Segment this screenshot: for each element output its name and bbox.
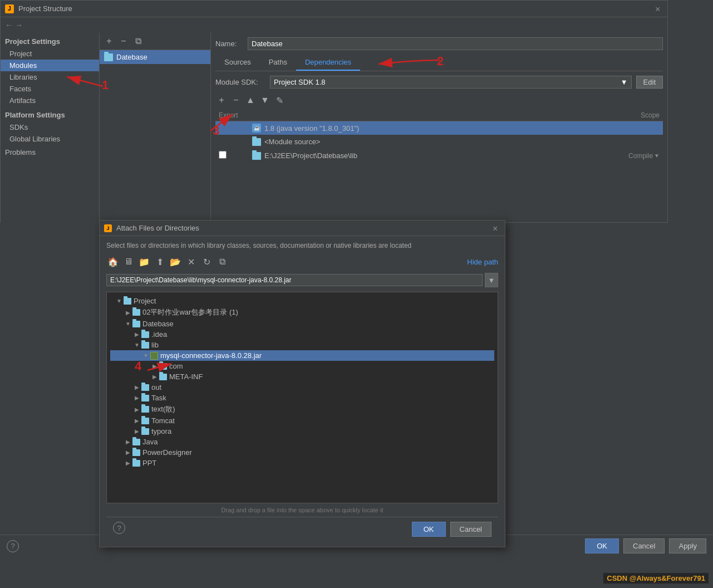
expand-icon[interactable]: ▶ [150, 374, 159, 380]
list-item[interactable]: ▶ Tomcat [110, 415, 494, 426]
dependencies-table: Export Scope ☕ 1.8 (java version "1.8.0_… [215, 110, 663, 219]
table-row[interactable]: E:\J2EE\Project\Datebase\lib Compile ▼ [215, 149, 663, 163]
list-item[interactable]: ▶ Task [110, 393, 494, 403]
main-help-button[interactable]: ? [7, 540, 19, 552]
expand-icon[interactable]: ▶ [124, 310, 132, 316]
close-button[interactable]: × [655, 5, 663, 13]
list-item[interactable]: ▼ Project [110, 296, 494, 306]
attach-dialog-title: Attach Files or Directories [116, 224, 199, 232]
expand-icon[interactable]: ▼ [132, 342, 141, 348]
dep-scope-lib[interactable]: Compile ▼ [615, 152, 660, 160]
sidebar-item-modules[interactable]: Modules [1, 60, 99, 71]
expand-icon[interactable]: ▶ [124, 449, 132, 455]
tree-item-label: Task [151, 394, 166, 402]
expand-icon[interactable]: ▶ [132, 428, 141, 434]
expand-icon[interactable]: ▶ [124, 460, 132, 466]
list-item[interactable]: ▶ typora [110, 426, 494, 437]
expand-icon[interactable]: ▶ [132, 384, 141, 390]
expand-icon[interactable]: ▶ [132, 395, 141, 401]
sidebar-item-project[interactable]: Project [1, 48, 99, 60]
sidebar-item-facets[interactable]: Facets [1, 83, 99, 95]
name-column-header [252, 111, 615, 119]
path-input[interactable] [106, 274, 483, 286]
path-input-row: ▼ [106, 273, 498, 287]
module-item-datebase[interactable]: Datebase [100, 50, 210, 64]
add-module-btn[interactable]: + [103, 35, 115, 47]
main-cancel-button[interactable]: Cancel [623, 538, 665, 553]
move-down-dependency-btn[interactable]: ▼ [259, 94, 271, 106]
hide-path-button[interactable]: Hide path [467, 258, 498, 266]
list-item[interactable]: ▶ text(散) [110, 403, 494, 415]
attach-home-btn[interactable]: 🏠 [106, 255, 120, 268]
table-row[interactable]: <Module source> [215, 135, 663, 149]
folder-icon [132, 460, 140, 467]
remove-module-btn[interactable]: − [117, 35, 130, 47]
sdk-row: Module SDK: Project SDK 1.8 ▼ Edit [215, 76, 663, 89]
list-item[interactable]: ▶ com [110, 361, 494, 371]
expand-icon[interactable]: ▶ [150, 363, 159, 369]
folder-icon [141, 428, 149, 435]
attach-delete-btn[interactable]: ✕ [184, 255, 198, 268]
expand-icon[interactable]: ▶ [132, 418, 141, 424]
tabs-row: Sources Paths Dependencies [215, 55, 663, 71]
edit-dependency-btn[interactable]: ✎ [273, 94, 286, 106]
edit-sdk-button[interactable]: Edit [636, 76, 663, 89]
tree-item-label: com [169, 362, 183, 370]
name-input[interactable] [248, 37, 663, 50]
expand-icon[interactable]: ▶ [124, 439, 132, 445]
copy-module-btn[interactable]: ⧉ [132, 35, 144, 47]
sidebar-item-global-libraries[interactable]: Global Libraries [1, 133, 99, 145]
sidebar-item-problems[interactable]: Problems [1, 145, 99, 159]
attach-description: Select files or directories in which lib… [106, 242, 498, 249]
attach-close-button[interactable]: × [493, 224, 500, 232]
back-arrow[interactable]: ← [5, 21, 13, 30]
remove-dependency-btn[interactable]: − [230, 94, 242, 106]
expand-icon[interactable]: ▼ [124, 321, 132, 327]
attach-copy-btn[interactable]: ⧉ [215, 255, 229, 268]
list-item[interactable]: ▶ .idea [110, 329, 494, 340]
list-item[interactable]: ▶ Java [110, 437, 494, 447]
export-checkbox[interactable] [219, 151, 227, 159]
attach-parent-btn[interactable]: ⬆ [153, 255, 166, 268]
table-row[interactable]: ☕ 1.8 (java version "1.8.0_301") [215, 121, 663, 135]
move-up-dependency-btn[interactable]: ▲ [244, 94, 257, 106]
sidebar-item-libraries[interactable]: Libraries [1, 71, 99, 83]
forward-arrow[interactable]: → [15, 21, 23, 30]
list-item[interactable]: ▶ out [110, 382, 494, 393]
folder-icon [141, 418, 149, 424]
attach-ok-button[interactable]: OK [412, 522, 446, 537]
path-dropdown-btn[interactable]: ▼ [485, 273, 498, 287]
file-tree[interactable]: ▼ Project ▶ 02平时作业war包参考目录 (1) ▼ Datebas… [106, 292, 498, 503]
sidebar-item-sdks[interactable]: SDKs [1, 121, 99, 133]
add-dependency-btn[interactable]: + [215, 94, 228, 106]
list-item[interactable]: ▼ mysql-connector-java-8.0.28.jar [110, 350, 494, 361]
sidebar-item-artifacts[interactable]: Artifacts [1, 95, 99, 106]
expand-icon[interactable]: ▶ [132, 331, 141, 337]
expand-icon[interactable]: ▶ [132, 406, 141, 413]
expand-icon[interactable]: ▼ [141, 352, 150, 359]
sdk-select[interactable]: Project SDK 1.8 ▼ [270, 76, 632, 89]
attach-cancel-button[interactable]: Cancel [450, 522, 491, 537]
main-ok-button[interactable]: OK [585, 538, 619, 553]
attach-help-button[interactable]: ? [113, 522, 125, 534]
expand-icon[interactable]: ▼ [115, 298, 124, 304]
tab-dependencies[interactable]: Dependencies [296, 55, 360, 71]
attach-refresh-btn[interactable]: ↻ [200, 255, 213, 268]
list-item[interactable]: ▼ lib [110, 340, 494, 350]
list-item[interactable]: ▶ META-INF [110, 371, 494, 382]
list-item[interactable]: ▼ Datebase [110, 318, 494, 329]
list-item[interactable]: ▶ PPT [110, 458, 494, 468]
folder-icon [141, 406, 149, 413]
tab-sources[interactable]: Sources [215, 55, 260, 71]
main-apply-button[interactable]: Apply [669, 538, 706, 553]
attach-expand-btn[interactable]: 📂 [169, 255, 182, 268]
attach-desktop-btn[interactable]: 🖥 [122, 255, 135, 268]
tab-paths[interactable]: Paths [260, 55, 296, 71]
tree-item-label: lib [151, 341, 159, 349]
list-item[interactable]: ▶ PowerDesigner [110, 447, 494, 458]
list-item[interactable]: ▶ 02平时作业war包参考目录 (1) [110, 306, 494, 318]
tree-item-label: 02平时作业war包参考目录 (1) [142, 307, 238, 317]
folder-icon [132, 439, 140, 445]
tree-item-label: text(散) [151, 404, 175, 414]
attach-new-folder-btn[interactable]: 📁 [137, 255, 151, 268]
